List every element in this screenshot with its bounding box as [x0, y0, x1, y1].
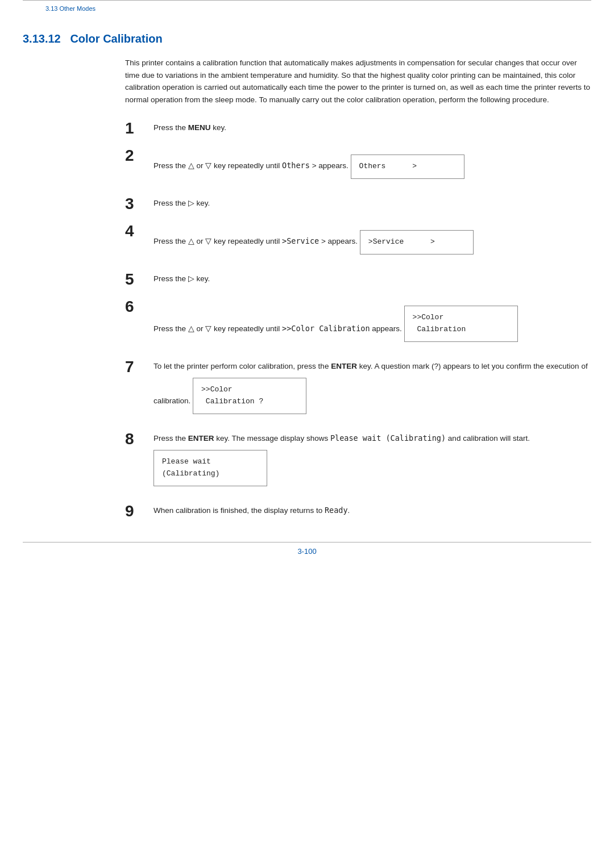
step-content-5: Press the ▷ key. — [154, 270, 591, 285]
step-3: 3 Press the ▷ key. — [125, 195, 591, 212]
display-box-7: >>Color Calibration ? — [193, 378, 306, 414]
step-8: 8 Press the ENTER key. The message displ… — [125, 430, 591, 492]
code-please-wait: Please wait (Calibrating) — [330, 433, 446, 443]
enter-key-bold-7: ENTER — [331, 362, 357, 370]
step-number-1: 1 — [125, 119, 154, 136]
step-content-4: Press the △ or ▽ key repeatedly until >S… — [154, 222, 591, 260]
step-6: 6 Press the △ or ▽ key repeatedly until … — [125, 298, 591, 348]
intro-text: This printer contains a calibration func… — [125, 57, 591, 106]
step-number-4: 4 — [125, 222, 154, 239]
step-7: 7 To let the printer perform color calib… — [125, 358, 591, 420]
step-number-5: 5 — [125, 270, 154, 287]
menu-key-bold: MENU — [188, 123, 211, 132]
code-ready: Ready — [325, 506, 348, 515]
top-rule: 3.13 Other Modes — [23, 0, 591, 15]
section-number: 3.13.12 — [23, 32, 61, 45]
step-content-6: Press the △ or ▽ key repeatedly until >>… — [154, 298, 591, 348]
step-number-8: 8 — [125, 430, 154, 447]
breadcrumb: 3.13 Other Modes — [45, 5, 569, 15]
step-number-7: 7 — [125, 358, 154, 375]
step-9: 9 When calibration is finished, the disp… — [125, 502, 591, 519]
step-content-9: When calibration is finished, the displa… — [154, 502, 591, 517]
step-4: 4 Press the △ or ▽ key repeatedly until … — [125, 222, 591, 260]
display-box-8: Please wait(Calibrating) — [154, 450, 267, 486]
enter-key-bold-8: ENTER — [188, 434, 214, 443]
step-1: 1 Press the MENU key. — [125, 119, 591, 136]
section-title: 3.13.12 Color Calibration — [23, 32, 591, 45]
step-content-7: To let the printer perform color calibra… — [154, 358, 591, 420]
step-2: 2 Press the △ or ▽ key repeatedly until … — [125, 147, 591, 185]
step-content-1: Press the MENU key. — [154, 119, 591, 134]
step-5: 5 Press the ▷ key. — [125, 270, 591, 287]
step-number-9: 9 — [125, 502, 154, 519]
code-service: >Service — [282, 236, 319, 245]
step-number-2: 2 — [125, 147, 154, 164]
display-box-4: >Service > — [360, 230, 474, 254]
step-content-8: Press the ENTER key. The message display… — [154, 430, 591, 492]
page-number: 3-100 — [0, 542, 614, 565]
display-box-6: >>Color Calibration — [404, 306, 518, 342]
page-container: 3.13 Other Modes 3.13.12 Color Calibrati… — [0, 0, 614, 868]
code-others: Others — [282, 161, 310, 170]
code-color-calib: >>Color Calibration — [282, 324, 370, 333]
display-box-2: Others > — [351, 155, 464, 179]
step-number-3: 3 — [125, 195, 154, 212]
content-area: This printer contains a calibration func… — [125, 57, 591, 519]
step-content-3: Press the ▷ key. — [154, 195, 591, 210]
section-heading: Color Calibration — [70, 32, 162, 45]
step-content-2: Press the △ or ▽ key repeatedly until Ot… — [154, 147, 591, 185]
step-number-6: 6 — [125, 298, 154, 315]
